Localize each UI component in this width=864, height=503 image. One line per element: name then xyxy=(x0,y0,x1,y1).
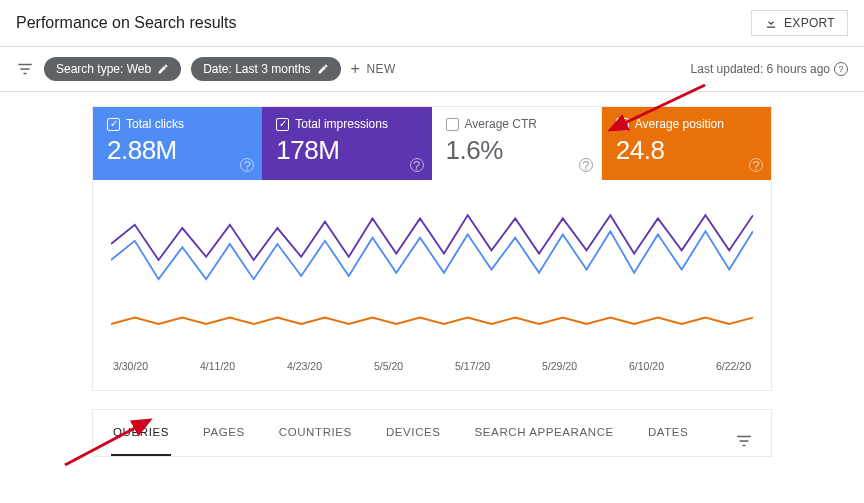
new-filter-button[interactable]: + NEW xyxy=(351,61,396,77)
checkbox-icon xyxy=(616,118,629,131)
pencil-icon xyxy=(317,63,329,75)
tab-dates[interactable]: DATES xyxy=(646,410,691,456)
x-axis-tick: 6/22/20 xyxy=(716,360,751,372)
x-axis-tick: 4/23/20 xyxy=(287,360,322,372)
tab-countries[interactable]: COUNTRIES xyxy=(277,410,354,456)
metric-total-clicks[interactable]: Total clicks 2.88M ? xyxy=(93,107,262,180)
date-chip-label: Date: Last 3 months xyxy=(203,62,310,76)
checkbox-icon xyxy=(107,118,120,131)
filter-icon[interactable] xyxy=(16,60,34,78)
export-button[interactable]: EXPORT xyxy=(751,10,848,36)
performance-card: Total clicks 2.88M ? Total impressions 1… xyxy=(92,106,772,391)
tab-pages[interactable]: PAGES xyxy=(201,410,247,456)
help-icon[interactable]: ? xyxy=(834,62,848,76)
filter-bar: Search type: Web Date: Last 3 months + N… xyxy=(0,47,864,92)
metric-label: Average position xyxy=(635,117,724,131)
timeseries-chart xyxy=(111,196,753,356)
tab-devices[interactable]: DEVICES xyxy=(384,410,443,456)
new-label: NEW xyxy=(366,62,396,76)
help-icon[interactable]: ? xyxy=(240,158,254,172)
page-title: Performance on Search results xyxy=(16,14,237,32)
dimensions-tabs-card: QUERIESPAGESCOUNTRIESDEVICESSEARCH APPEA… xyxy=(92,409,772,457)
metric-value: 2.88M xyxy=(107,135,248,166)
export-label: EXPORT xyxy=(784,16,835,30)
download-icon xyxy=(764,16,778,30)
dimensions-tabs: QUERIESPAGESCOUNTRIESDEVICESSEARCH APPEA… xyxy=(111,410,753,456)
x-axis-tick: 5/17/20 xyxy=(455,360,490,372)
help-icon[interactable]: ? xyxy=(410,158,424,172)
x-axis-tick: 6/10/20 xyxy=(629,360,664,372)
metric-value: 178M xyxy=(276,135,417,166)
help-icon[interactable]: ? xyxy=(579,158,593,172)
x-axis-tick: 3/30/20 xyxy=(113,360,148,372)
help-icon[interactable]: ? xyxy=(749,158,763,172)
metric-value: 1.6% xyxy=(446,135,587,166)
last-updated-text: Last updated: 6 hours ago ? xyxy=(691,62,848,76)
chart-series-average-position xyxy=(111,318,753,324)
search-type-chip-label: Search type: Web xyxy=(56,62,151,76)
checkbox-icon xyxy=(446,118,459,131)
metric-average-position[interactable]: Average position 24.8 ? xyxy=(602,107,771,180)
metric-label: Total clicks xyxy=(126,117,184,131)
metric-label: Average CTR xyxy=(465,117,537,131)
last-updated-label: Last updated: 6 hours ago xyxy=(691,62,830,76)
x-axis-tick: 5/29/20 xyxy=(542,360,577,372)
x-axis-tick: 4/11/20 xyxy=(200,360,235,372)
metric-total-impressions[interactable]: Total impressions 178M ? xyxy=(262,107,431,180)
checkbox-icon xyxy=(276,118,289,131)
metric-tiles: Total clicks 2.88M ? Total impressions 1… xyxy=(93,107,771,180)
page-header: Performance on Search results EXPORT xyxy=(0,0,864,47)
tab-queries[interactable]: QUERIES xyxy=(111,410,171,456)
search-type-chip[interactable]: Search type: Web xyxy=(44,57,181,81)
metric-average-ctr[interactable]: Average CTR 1.6% ? xyxy=(432,107,602,180)
tab-search-appearance[interactable]: SEARCH APPEARANCE xyxy=(473,410,616,456)
pencil-icon xyxy=(157,63,169,75)
chart-x-axis: 3/30/204/11/204/23/205/5/205/17/205/29/2… xyxy=(111,356,753,372)
x-axis-tick: 5/5/20 xyxy=(374,360,403,372)
filter-icon[interactable] xyxy=(735,432,753,450)
chart-area: 3/30/204/11/204/23/205/5/205/17/205/29/2… xyxy=(93,180,771,390)
metric-label: Total impressions xyxy=(295,117,388,131)
plus-icon: + xyxy=(351,61,361,77)
date-chip[interactable]: Date: Last 3 months xyxy=(191,57,340,81)
metric-value: 24.8 xyxy=(616,135,757,166)
